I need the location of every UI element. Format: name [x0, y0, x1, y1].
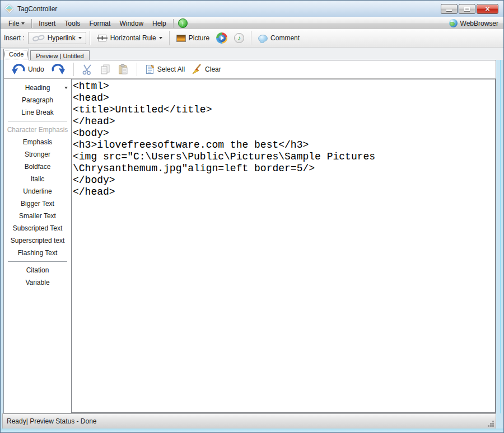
insert-toolbar: Insert : Hyperlink Horizontal Rule Pictu… — [1, 29, 503, 48]
picture-icon — [176, 35, 186, 42]
horizontal-rule-icon — [97, 34, 108, 43]
upload-arrow-icon[interactable]: ↑ — [178, 18, 188, 28]
resize-grip-icon[interactable] — [487, 420, 494, 427]
broom-icon — [192, 64, 203, 75]
sidebar-divider — [8, 121, 67, 121]
main-panel: Undo — [3, 60, 496, 413]
picture-label: Picture — [189, 34, 209, 42]
window-frame-bottom — [1, 429, 503, 432]
code-line: <title>Untitled</title> — [73, 104, 495, 116]
sidebar-item-citation[interactable]: Citation — [4, 264, 71, 276]
sidebar-item-subscripted-text[interactable]: Subscripted Text — [4, 222, 71, 234]
code-line: <head> — [73, 92, 495, 104]
globe-icon — [449, 19, 458, 27]
code-line: <body> — [73, 128, 495, 139]
picture-button[interactable]: Picture — [173, 32, 213, 44]
tab-preview-untitled[interactable]: Preview | Untitled — [30, 50, 89, 60]
maximize-button[interactable] — [459, 4, 475, 14]
status-frame: Ready| Preview Status - Done — [1, 413, 503, 429]
copy-button[interactable] — [98, 63, 113, 76]
webbrowser-label: WebBrowser — [460, 20, 498, 27]
menubar-separator — [173, 19, 174, 28]
maximize-icon — [464, 7, 470, 11]
sidebar-item-emphasis[interactable]: Emphasis — [4, 136, 71, 148]
chevron-down-icon — [21, 22, 25, 25]
toolbar-separator — [90, 31, 90, 45]
code-line: <h3>ilovefreesoftware.com the best</h3> — [73, 139, 495, 151]
toolbar-separator — [251, 31, 251, 45]
cut-button[interactable] — [80, 63, 95, 76]
scissors-icon — [82, 64, 93, 75]
menu-insert[interactable]: Insert — [34, 18, 60, 29]
speech-bubble-icon — [258, 35, 268, 42]
code-area[interactable]: <html><head><title>Untitled</title></hea… — [71, 79, 496, 413]
undo-arrow-icon — [11, 64, 26, 75]
code-line: </head> — [73, 186, 495, 198]
paste-button[interactable] — [116, 63, 130, 76]
close-icon: × — [485, 5, 489, 13]
menu-file[interactable]: File — [4, 18, 29, 29]
media-player-icon — [216, 32, 227, 44]
chevron-down-icon — [64, 87, 68, 89]
sidebar-item-line-break[interactable]: Line Break — [4, 106, 71, 119]
horizontal-rule-button[interactable]: Horizontal Rule — [94, 32, 166, 44]
redo-arrow-icon — [51, 64, 66, 75]
sidebar-item-heading[interactable]: Heading — [4, 82, 71, 94]
window-title: TagController — [17, 5, 57, 13]
status-text: Ready| Preview Status - Done — [7, 417, 97, 425]
toolbar-separator — [169, 31, 170, 45]
minimize-button[interactable] — [441, 4, 458, 14]
code-line: \Chrysanthemum.jpg"align=left border=5/> — [73, 163, 495, 175]
redo-button[interactable] — [49, 63, 67, 76]
edit-toolbar: Undo — [4, 60, 496, 79]
sidebar-item-superscripted-text[interactable]: Superscripted text — [4, 234, 71, 247]
sidebar-item-variable[interactable]: Variable — [4, 276, 71, 289]
clear-label: Clear — [205, 65, 221, 73]
sidebar-item-italic[interactable]: Italic — [4, 173, 71, 185]
title-bar: TagController × — [1, 1, 503, 17]
chain-link-icon — [32, 34, 45, 42]
window-controls: × — [441, 4, 498, 14]
tab-strip: CodePreview | Untitled — [1, 48, 503, 60]
toolbar-separator — [137, 63, 137, 76]
hyperlink-button[interactable]: Hyperlink — [28, 32, 86, 44]
menu-window[interactable]: Window — [115, 18, 148, 29]
undo-label: Undo — [28, 65, 44, 73]
close-button[interactable]: × — [477, 4, 498, 14]
sidebar-header-character-emphasis: Character Emphasis — [4, 124, 71, 136]
media-player-button[interactable] — [213, 31, 231, 45]
menu-format[interactable]: Format — [85, 18, 115, 29]
menu-help[interactable]: Help — [148, 18, 171, 29]
audio-button[interactable]: ♪ — [231, 31, 248, 45]
horizontal-rule-label: Horizontal Rule — [110, 34, 156, 42]
comment-button[interactable]: Comment — [255, 32, 303, 44]
music-note-icon: ♪ — [234, 33, 244, 43]
sidebar-item-underline[interactable]: Underline — [4, 185, 71, 197]
sidebar-item-paragraph[interactable]: Paragraph — [4, 94, 71, 106]
sidebar-item-smaller-text[interactable]: Smaller Text — [4, 210, 71, 222]
sidebar: HeadingParagraphLine BreakCharacter Emph… — [4, 79, 71, 413]
toolbar-separator — [73, 63, 74, 76]
app-window: TagController × FileInsertToolsFormatWin… — [0, 0, 504, 433]
menu-bar: FileInsertToolsFormatWindowHelp ↑ WebBro… — [1, 17, 503, 29]
chevron-down-icon — [159, 37, 162, 39]
sidebar-item-stronger[interactable]: Stronger — [4, 148, 71, 161]
sidebar-divider — [8, 261, 67, 262]
menubar-separator — [31, 19, 32, 28]
insert-label: Insert : — [4, 34, 25, 42]
sidebar-item-bigger-text[interactable]: Bigger Text — [4, 197, 71, 210]
code-line: <html> — [73, 81, 495, 92]
chevron-down-icon — [78, 37, 82, 39]
content-area: HeadingParagraphLine BreakCharacter Emph… — [4, 79, 496, 413]
status-bar: Ready| Preview Status - Done — [2, 413, 496, 429]
copy-icon — [100, 64, 111, 75]
tab-code[interactable]: Code — [3, 49, 29, 60]
sidebar-item-boldface[interactable]: Boldface — [4, 161, 71, 173]
undo-button[interactable]: Undo — [10, 63, 46, 76]
paste-clipboard-icon — [118, 64, 129, 75]
clear-button[interactable]: Clear — [190, 63, 223, 76]
select-all-button[interactable]: Select All — [143, 63, 186, 76]
sidebar-item-flashing-text[interactable]: Flashing Text — [4, 247, 71, 259]
menu-tools[interactable]: Tools — [60, 18, 85, 29]
webbrowser-status[interactable]: WebBrowser — [449, 19, 500, 27]
